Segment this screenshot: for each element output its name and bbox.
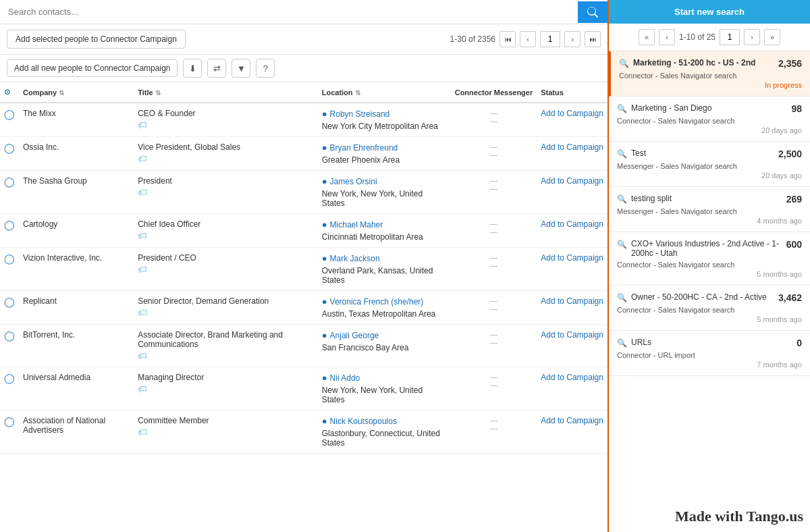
add-to-campaign-button[interactable]: Add to Campaign (541, 253, 603, 263)
tango-watermark: Made with Tango.us (675, 508, 803, 525)
panel-prev-button[interactable]: ‹ (659, 29, 675, 45)
tag-icon: 🏷 (138, 350, 314, 361)
search-icon: 🔍 (617, 240, 627, 249)
first-page-button[interactable]: ⏮ (500, 31, 516, 47)
search-type: Connector - Sales Navigator search (617, 117, 802, 125)
person-name[interactable]: Nii Addo (330, 373, 360, 383)
panel-last-button[interactable]: » (764, 29, 780, 45)
search-time: 5 months ago (617, 315, 802, 323)
row-title: Managing Director 🏷 (134, 367, 318, 410)
person-name[interactable]: Bryan Ehrenfreund (330, 143, 398, 153)
add-to-campaign-button[interactable]: Add to Campaign (541, 296, 603, 306)
table-row: ◯ Association of National Advertisers Co… (0, 410, 608, 454)
person-name[interactable]: Anjali George (330, 331, 379, 340)
add-to-campaign-button[interactable]: Add to Campaign (541, 176, 603, 186)
col-status: Status (537, 82, 608, 103)
row-company: The Mixx (19, 103, 134, 137)
person-icon: ● (322, 109, 327, 119)
shuffle-button[interactable]: ⇄ (207, 59, 226, 78)
search-input[interactable] (0, 0, 578, 24)
add-to-campaign-button[interactable]: Add to Campaign (541, 142, 603, 152)
add-all-campaign-button[interactable]: Add all new people to Connector Campaign (7, 59, 178, 77)
tag-icon: 🏷 (138, 230, 314, 241)
col-company[interactable]: Company ⇅ (19, 82, 134, 103)
col-messenger: Connector Messenger (451, 82, 537, 103)
add-to-campaign-button[interactable]: Add to Campaign (541, 109, 603, 118)
tag-icon: 🏷 (138, 119, 314, 130)
row-title: CEO & Founder 🏷 (134, 103, 318, 137)
row-title: Vice President, Global Sales 🏷 (134, 137, 318, 171)
search-name: CXO+ Various Industries - 2nd Active - 1… (631, 239, 786, 258)
row-location-text: Greater Phoenix Area (322, 155, 400, 165)
row-company: Universal Admedia (19, 367, 134, 410)
add-selected-campaign-button[interactable]: Add selected people to Connector Campaig… (7, 30, 186, 49)
main-content: Add selected people to Connector Campaig… (0, 0, 608, 532)
row-company: Vizion Interactive, Inc. (19, 248, 134, 291)
search-type: Messenger - Sales Navigator search (617, 162, 802, 170)
add-to-campaign-button[interactable]: Add to Campaign (541, 219, 603, 229)
person-name[interactable]: Mark Jackson (330, 254, 380, 263)
table-row: ◯ The Mixx CEO & Founder 🏷 ● Robyn Strei… (0, 103, 608, 137)
person-name[interactable]: Robyn Streisand (330, 109, 390, 119)
panel-next-button[interactable]: › (744, 29, 760, 45)
add-to-campaign-button[interactable]: Add to Campaign (541, 373, 603, 382)
page-input[interactable] (540, 31, 560, 47)
row-check: ◯ (0, 137, 19, 171)
search-icon: 🔍 (617, 104, 627, 113)
search-name: Marketing - San Diego (631, 103, 711, 113)
col-title[interactable]: Title ⇅ (134, 82, 318, 103)
search-list-item[interactable]: 🔍 Owner - 50-200HC - CA - 2nd - Active 3… (609, 286, 810, 331)
row-location-text: Overland Park, Kansas, United States (322, 266, 447, 285)
search-time: 5 months ago (617, 270, 802, 278)
person-name[interactable]: Michael Maher (330, 220, 383, 230)
panel-page-input[interactable] (720, 29, 740, 45)
search-count: 0 (796, 338, 802, 348)
search-type: Connector - URL import (617, 351, 802, 359)
row-check: ◯ (0, 248, 19, 291)
contacts-table: ⊙ Company ⇅ Title ⇅ Location ⇅ Connector… (0, 82, 608, 454)
search-list-item[interactable]: 🔍 testing split 269 Messenger - Sales Na… (609, 187, 810, 232)
search-type: Connector - Sales Navigator search (617, 261, 802, 269)
person-name[interactable]: Nick Koutsopoulos (330, 417, 397, 426)
search-list-item[interactable]: 🔍 URLs 0 Connector - URL import 7 months… (609, 331, 810, 376)
search-list-item[interactable]: 🔍 Test 2,500 Messenger - Sales Navigator… (609, 142, 810, 187)
row-company: BitTorrent, Inc. (19, 325, 134, 367)
row-status: Add to Campaign (537, 137, 608, 171)
search-button[interactable] (578, 1, 608, 23)
search-time: In progress (619, 81, 802, 89)
add-to-campaign-button[interactable]: Add to Campaign (541, 416, 603, 425)
panel-first-button[interactable]: « (639, 29, 655, 45)
row-messenger: --- --- (451, 103, 537, 137)
col-location[interactable]: Location ⇅ (318, 82, 451, 103)
row-company: Association of National Advertisers (19, 410, 134, 454)
search-list-item[interactable]: 🔍 Marketing - San Diego 98 Connector - S… (609, 97, 810, 142)
prev-page-button[interactable]: ‹ (520, 31, 536, 47)
search-count: 600 (786, 239, 802, 250)
next-page-button[interactable]: › (564, 31, 580, 47)
row-title: Senior Director, Demand Generation 🏷 (134, 291, 318, 325)
row-title: President / CEO 🏷 (134, 248, 318, 291)
search-count: 269 (786, 194, 802, 205)
row-location-text: New York, New York, United States (322, 385, 447, 404)
row-location-text: San Francisco Bay Area (322, 343, 409, 352)
person-name[interactable]: James Orsini (330, 177, 377, 186)
row-company: Cartology (19, 214, 134, 248)
panel-header: Start new search (609, 0, 810, 24)
search-count: 98 (791, 103, 802, 114)
row-location: ● Bryan Ehrenfreund Greater Phoenix Area (318, 137, 451, 171)
row-title: Associate Director, Brand Marketing and … (134, 325, 318, 367)
help-button[interactable]: ? (256, 59, 275, 78)
download-button[interactable]: ⬇ (183, 59, 202, 78)
col-check: ⊙ (0, 82, 19, 103)
filter-button[interactable]: ▼ (232, 59, 250, 78)
search-list-item[interactable]: 🔍 CXO+ Various Industries - 2nd Active -… (609, 232, 810, 286)
add-to-campaign-button[interactable]: Add to Campaign (541, 330, 603, 340)
row-status: Add to Campaign (537, 248, 608, 291)
search-type: Connector - Sales Navigator search (617, 306, 802, 314)
person-name[interactable]: Veronica French (she/her) (330, 297, 424, 307)
search-list-item[interactable]: 🔍 Marketing - 51-200 hc - US - 2nd 2,356… (609, 51, 810, 97)
row-location: ● Nii Addo New York, New York, United St… (318, 367, 451, 410)
last-page-button[interactable]: ⏭ (585, 31, 601, 47)
search-time: 20 days ago (617, 171, 802, 180)
row-company: Ossia Inc. (19, 137, 134, 171)
